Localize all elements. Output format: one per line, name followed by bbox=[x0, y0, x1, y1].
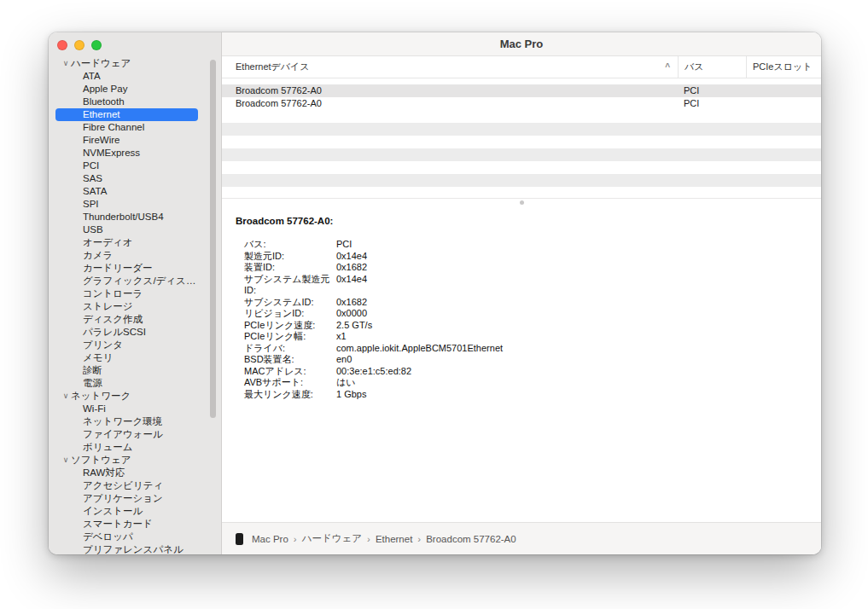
cell-bus: PCI bbox=[678, 97, 746, 110]
sidebar-item-printers[interactable]: プリンタ bbox=[55, 339, 198, 351]
sidebar-item-smart-cards[interactable]: スマートカード bbox=[55, 518, 198, 531]
sidebar-item-diagnostics[interactable]: 診断 bbox=[55, 364, 198, 377]
detail-title: Broadcom 57762-A0: bbox=[236, 216, 807, 226]
breadcrumb-item: Broadcom 57762-A0 bbox=[426, 534, 516, 544]
system-information-window: ∨ ハードウェア ATA Apple Pay Bluetooth Etherne… bbox=[49, 32, 821, 554]
breadcrumb-item: Ethernet bbox=[376, 534, 412, 544]
sidebar-item-bluetooth[interactable]: Bluetooth bbox=[55, 96, 198, 108]
empty-row bbox=[222, 123, 821, 136]
field-label: BSD装置名: bbox=[244, 354, 336, 366]
sidebar-item-firewire[interactable]: FireWire bbox=[55, 134, 198, 147]
sidebar-item-usb[interactable]: USB bbox=[55, 223, 198, 236]
sidebar-item-volumes[interactable]: ボリューム bbox=[55, 441, 198, 454]
cell-slot bbox=[746, 97, 821, 110]
table-header: Ethernetデバイス ^ バス PCIeスロット bbox=[222, 56, 821, 78]
column-header-ethernet-device[interactable]: Ethernetデバイス ^ bbox=[222, 56, 678, 78]
cell-bus: PCI bbox=[678, 84, 746, 97]
detail-field: ドライバ: com.apple.iokit.AppleBCM5701Ethern… bbox=[236, 343, 807, 355]
zoom-button[interactable] bbox=[91, 40, 102, 50]
column-label: PCIeスロット bbox=[753, 61, 813, 73]
field-label: 製造元ID: bbox=[244, 251, 336, 263]
splitter-handle-icon bbox=[520, 200, 524, 205]
sidebar-item-preference-panes[interactable]: プリファレンスパネル bbox=[55, 543, 198, 554]
minimize-button[interactable] bbox=[74, 40, 84, 50]
sidebar-item-raw-support[interactable]: RAW対応 bbox=[55, 467, 198, 479]
sidebar-item-pci[interactable]: PCI bbox=[55, 160, 198, 172]
detail-field: リビジョンID: 0x0000 bbox=[236, 308, 807, 320]
sidebar-item-accessibility[interactable]: アクセシビリティ bbox=[55, 479, 198, 492]
sidebar-item-disc-burning[interactable]: ディスク作成 bbox=[55, 313, 198, 326]
pane-splitter[interactable] bbox=[222, 198, 821, 206]
column-header-bus[interactable]: バス bbox=[678, 56, 746, 78]
field-value: 00:3e:e1:c5:ed:82 bbox=[336, 366, 807, 378]
status-breadcrumb-bar: Mac Pro › ハードウェア › Ethernet › Broadcom 5… bbox=[222, 522, 821, 554]
cell-device: Broadcom 57762-A0 bbox=[222, 97, 678, 110]
sidebar-section-label: ハードウェア bbox=[71, 57, 131, 70]
sidebar-item-firewall[interactable]: ファイアウォール bbox=[55, 428, 198, 441]
sidebar-item-controller[interactable]: コントローラ bbox=[55, 287, 198, 300]
detail-field: サブシステム製造元ID: 0x14e4 bbox=[236, 274, 807, 297]
sidebar-item-developer[interactable]: デベロッパ bbox=[55, 531, 198, 543]
sidebar-item-power[interactable]: 電源 bbox=[55, 377, 198, 390]
window-controls bbox=[57, 40, 102, 50]
sidebar-item-apple-pay[interactable]: Apple Pay bbox=[55, 83, 198, 96]
sidebar-item-fibre-channel[interactable]: Fibre Channel bbox=[55, 121, 198, 134]
detail-field: 最大リンク速度: 1 Gbps bbox=[236, 389, 807, 401]
field-value: 0x0000 bbox=[336, 308, 807, 320]
empty-row bbox=[222, 136, 821, 148]
chevron-down-icon[interactable]: ∨ bbox=[61, 57, 71, 70]
close-button[interactable] bbox=[57, 40, 67, 50]
field-value: はい bbox=[336, 377, 807, 389]
sidebar-section-hardware[interactable]: ∨ ハードウェア bbox=[49, 57, 221, 70]
device-table: Broadcom 57762-A0 PCI Broadcom 57762-A0 … bbox=[222, 78, 821, 198]
main-pane: Mac Pro Ethernetデバイス ^ バス PCIeスロット Broad… bbox=[222, 32, 821, 554]
field-label: ドライバ: bbox=[244, 343, 336, 355]
sidebar-item-thunderbolt-usb4[interactable]: Thunderbolt/USB4 bbox=[55, 211, 198, 223]
sidebar-scrollbar[interactable] bbox=[210, 60, 216, 418]
sidebar-item-card-reader[interactable]: カードリーダー bbox=[55, 262, 198, 275]
sidebar-item-storage[interactable]: ストレージ bbox=[55, 300, 198, 313]
field-value: 0x1682 bbox=[336, 262, 807, 274]
breadcrumb-item: Mac Pro bbox=[252, 534, 288, 544]
detail-field: 製造元ID: 0x14e4 bbox=[236, 251, 807, 263]
breadcrumb-separator-icon: › bbox=[294, 534, 297, 544]
sidebar-item-applications[interactable]: アプリケーション bbox=[55, 492, 198, 505]
breadcrumb-separator-icon: › bbox=[367, 534, 370, 544]
field-value: 0x1682 bbox=[336, 297, 807, 309]
field-value: com.apple.iokit.AppleBCM5701Ethernet bbox=[336, 343, 807, 355]
column-header-pcie-slot[interactable]: PCIeスロット bbox=[746, 56, 821, 78]
sidebar-item-network-locations[interactable]: ネットワーク環境 bbox=[55, 415, 198, 428]
sidebar-item-ethernet[interactable]: Ethernet bbox=[55, 108, 198, 121]
sidebar-section-software[interactable]: ∨ ソフトウェア bbox=[49, 454, 221, 467]
detail-field: 装置ID: 0x1682 bbox=[236, 262, 807, 274]
column-label: Ethernetデバイス bbox=[236, 61, 310, 73]
table-row[interactable]: Broadcom 57762-A0 PCI bbox=[222, 97, 821, 110]
sidebar: ∨ ハードウェア ATA Apple Pay Bluetooth Etherne… bbox=[49, 32, 222, 554]
field-label: サブシステムID: bbox=[244, 297, 336, 309]
title-bar[interactable]: Mac Pro bbox=[222, 32, 821, 56]
sidebar-item-audio[interactable]: オーディオ bbox=[55, 236, 198, 249]
sidebar-item-graphics-displays[interactable]: グラフィックス/ディス… bbox=[55, 275, 198, 287]
field-value: 1 Gbps bbox=[336, 389, 807, 401]
chevron-down-icon[interactable]: ∨ bbox=[61, 454, 71, 467]
field-label: サブシステム製造元ID: bbox=[244, 274, 336, 297]
sidebar-item-sata[interactable]: SATA bbox=[55, 185, 198, 198]
sidebar-item-sas[interactable]: SAS bbox=[55, 172, 198, 185]
sidebar-item-parallel-scsi[interactable]: パラレルSCSI bbox=[55, 326, 198, 339]
sidebar-item-installations[interactable]: インストール bbox=[55, 505, 198, 518]
cell-device: Broadcom 57762-A0 bbox=[222, 84, 678, 97]
empty-row bbox=[222, 148, 821, 161]
sidebar-item-spi[interactable]: SPI bbox=[55, 198, 198, 211]
chevron-down-icon[interactable]: ∨ bbox=[61, 390, 71, 403]
breadcrumb-item: ハードウェア bbox=[302, 532, 362, 545]
sidebar-section-network[interactable]: ∨ ネットワーク bbox=[49, 390, 221, 403]
window-title: Mac Pro bbox=[500, 38, 544, 50]
sidebar-item-ata[interactable]: ATA bbox=[55, 70, 198, 83]
sidebar-item-wifi[interactable]: Wi-Fi bbox=[55, 403, 198, 415]
detail-field: バス: PCI bbox=[236, 239, 807, 251]
sidebar-item-camera[interactable]: カメラ bbox=[55, 249, 198, 262]
sidebar-item-nvmexpress[interactable]: NVMExpress bbox=[55, 147, 198, 160]
sidebar-item-memory[interactable]: メモリ bbox=[55, 351, 198, 364]
field-label: 装置ID: bbox=[244, 262, 336, 274]
table-row[interactable]: Broadcom 57762-A0 PCI bbox=[222, 84, 821, 97]
